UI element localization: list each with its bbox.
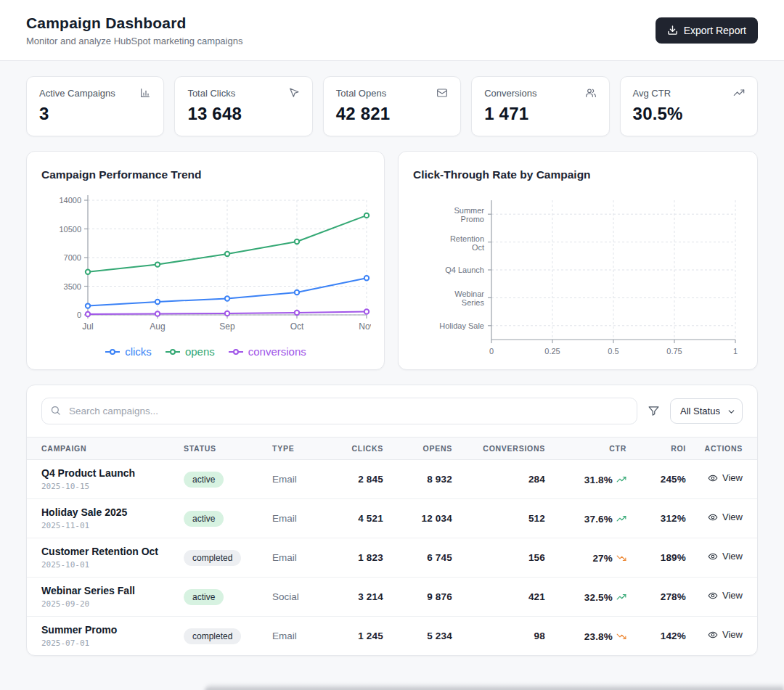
export-report-button[interactable]: Export Report	[656, 17, 758, 44]
search-input[interactable]	[41, 398, 637, 424]
view-button[interactable]: View	[708, 629, 743, 640]
clicks-value: 1 823	[337, 538, 389, 578]
ctr-by-campaign-card: Click-Through Rate by Campaign 00.250.50…	[398, 151, 758, 370]
performance-trend-card: Campaign Performance Trend 0350070001050…	[26, 151, 385, 370]
campaign-date: 2025-07-01	[41, 638, 172, 648]
view-button[interactable]: View	[708, 551, 743, 562]
legend-marker-icon	[228, 348, 244, 356]
opens-value: 9 876	[389, 578, 458, 617]
mail-icon	[436, 87, 448, 99]
search-icon	[50, 405, 61, 419]
col-campaign: Campaign	[27, 438, 178, 460]
table-row: Summer Promo 2025-07-01 completed Email …	[27, 617, 758, 656]
campaign-name: Holiday Sale 2025	[41, 506, 172, 518]
campaign-type: Email	[266, 538, 337, 578]
status-badge: completed	[184, 628, 241, 644]
opens-value: 8 932	[389, 460, 458, 499]
svg-text:0.25: 0.25	[544, 347, 560, 356]
campaign-date: 2025-10-15	[41, 482, 172, 491]
view-button[interactable]: View	[708, 590, 743, 601]
campaign-type: Email	[266, 617, 337, 656]
svg-text:7000: 7000	[64, 253, 81, 262]
table-row: Holiday Sale 2025 2025-11-01 active Emai…	[27, 499, 758, 538]
col-roi: ROI	[632, 438, 692, 460]
table-header: Campaign Status Type Clicks Opens Conver…	[27, 438, 758, 460]
campaign-type: Email	[266, 460, 337, 499]
stat-label: Total Opens	[336, 88, 386, 99]
download-icon	[667, 25, 678, 36]
status-badge: active	[184, 589, 224, 605]
eye-icon	[708, 591, 718, 601]
svg-text:14000: 14000	[59, 196, 81, 205]
ctr-by-campaign-chart: 00.250.50.751SummerPromoRetentionOctQ4 L…	[413, 190, 743, 373]
campaign-date: 2025-10-01	[41, 560, 172, 570]
campaigns-table: Campaign Status Type Clicks Opens Conver…	[27, 437, 758, 655]
stat-label: Conversions	[484, 88, 536, 99]
chart-legend: clicksopensconversions	[41, 345, 369, 358]
campaign-type: Email	[266, 499, 337, 538]
stat-label: Avg CTR	[633, 88, 671, 99]
page-subtitle: Monitor and analyze HubSpot marketing ca…	[26, 36, 242, 46]
conversions-value: 156	[458, 538, 551, 578]
table-row: Customer Retention Oct 2025-10-01 comple…	[27, 538, 758, 578]
main-content: Active Campaigns 3 Total Clicks 13 648 T…	[0, 76, 784, 656]
trending-down-icon	[616, 553, 626, 563]
view-label: View	[722, 472, 743, 483]
view-button[interactable]: View	[708, 512, 743, 522]
eye-icon	[708, 512, 718, 522]
conversions-value: 98	[458, 617, 551, 656]
campaign-name: Summer Promo	[41, 624, 172, 636]
svg-text:Holiday Sale: Holiday Sale	[439, 321, 484, 330]
header-titles: Campaign Dashboard Monitor and analyze H…	[26, 15, 242, 46]
trending-up-icon	[616, 514, 626, 524]
stat-card: Conversions 1 471	[471, 76, 609, 136]
svg-text:Sep: Sep	[219, 321, 235, 332]
ctr-by-campaign-title: Click-Through Rate by Campaign	[413, 168, 743, 181]
conversions-value: 421	[458, 578, 551, 617]
svg-text:1: 1	[733, 347, 738, 356]
trending-up-icon	[733, 87, 745, 99]
campaign-name: Customer Retention Oct	[41, 546, 172, 557]
col-ctr: CTR	[551, 438, 632, 460]
legend-item-clicks: clicks	[105, 345, 152, 358]
stat-value: 1 471	[484, 104, 596, 124]
campaigns-table-card: All Status Campaign Status Type Cli	[26, 385, 758, 656]
campaign-type: Social	[266, 578, 337, 617]
campaign-date: 2025-11-01	[41, 521, 172, 530]
charts-row: Campaign Performance Trend 0350070001050…	[26, 151, 758, 370]
svg-text:0: 0	[489, 347, 494, 356]
roi-value: 142%	[632, 617, 692, 656]
eye-icon	[708, 630, 718, 640]
users-icon	[585, 87, 597, 99]
status-filter-wrap: All Status	[670, 398, 743, 424]
view-label: View	[722, 590, 743, 601]
stat-value: 3	[39, 104, 151, 124]
ctr-value: 31.8%	[584, 475, 613, 485]
eye-icon	[708, 473, 718, 483]
bar-chart-svg: 00.250.50.751SummerPromoRetentionOctQ4 L…	[413, 190, 744, 370]
ctr-value: 37.6%	[584, 514, 613, 525]
legend-item-opens: opens	[165, 345, 215, 358]
table-toolbar: All Status	[27, 385, 757, 437]
page-title: Campaign Dashboard	[26, 15, 242, 32]
status-filter-select[interactable]: All Status	[670, 398, 743, 424]
export-report-label: Export Report	[684, 25, 746, 36]
roi-value: 245%	[632, 460, 692, 499]
svg-text:3500: 3500	[64, 282, 81, 291]
stat-value: 30.5%	[633, 104, 745, 124]
roi-value: 278%	[632, 578, 692, 617]
view-button[interactable]: View	[708, 472, 743, 483]
campaign-date: 2025-09-20	[41, 599, 172, 609]
svg-text:0.75: 0.75	[666, 347, 682, 356]
stat-value: 13 648	[187, 104, 299, 124]
conversions-value: 284	[458, 460, 551, 499]
svg-text:WebinarSeries: WebinarSeries	[454, 289, 484, 307]
col-opens: Opens	[389, 438, 458, 460]
opens-value: 12 034	[389, 499, 458, 538]
stat-card: Avg CTR 30.5%	[620, 76, 758, 136]
legend-marker-icon	[165, 348, 181, 356]
col-status: Status	[178, 438, 266, 460]
clicks-value: 4 521	[337, 499, 389, 538]
stat-card: Active Campaigns 3	[26, 76, 164, 136]
performance-trend-title: Campaign Performance Trend	[41, 168, 369, 181]
